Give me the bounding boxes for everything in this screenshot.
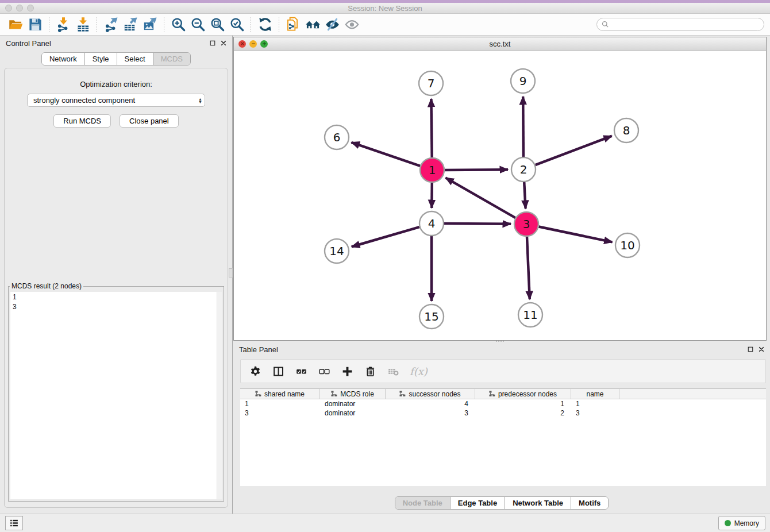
graph-node-7[interactable]: 7 — [419, 71, 443, 95]
column-header-MCDS-role[interactable]: MCDS role — [320, 389, 386, 399]
tab-motifs[interactable]: Motifs — [571, 497, 608, 509]
graph-node-3[interactable]: 3 — [514, 212, 538, 236]
search-icon — [601, 20, 610, 29]
export-image-button[interactable] — [140, 16, 160, 34]
zoom-fit-button[interactable] — [207, 16, 227, 34]
tab-edge-table[interactable]: Edge Table — [450, 497, 505, 509]
cell-MCDS-role[interactable]: dominator — [320, 408, 386, 418]
network-graph-canvas[interactable]: 7968124314101511 — [234, 51, 766, 340]
cell-shared-name[interactable]: 1 — [240, 399, 320, 408]
graph-node-4[interactable]: 4 — [419, 211, 444, 236]
cell-successor-nodes[interactable]: 4 — [386, 399, 475, 408]
tab-network-table[interactable]: Network Table — [505, 497, 571, 509]
graph-node-6[interactable]: 6 — [325, 125, 349, 149]
edge-1-2[interactable] — [445, 169, 508, 170]
zoom-in-button[interactable] — [168, 16, 188, 34]
svg-text:15: 15 — [424, 310, 438, 323]
search-input[interactable] — [596, 18, 764, 31]
main-toolbar — [0, 14, 770, 36]
cell-predecessor-nodes[interactable]: 1 — [475, 399, 571, 408]
cell-MCDS-role[interactable]: dominator — [320, 399, 386, 408]
criterion-dropdown[interactable]: strongly connected component ▲▼ — [27, 94, 205, 107]
edge-2-3[interactable] — [524, 182, 525, 209]
graph-node-10[interactable]: 10 — [615, 233, 640, 257]
tab-mcds[interactable]: MCDS — [153, 53, 190, 65]
tab-select[interactable]: Select — [117, 53, 153, 65]
criterion-dropdown-value: strongly connected component — [33, 96, 198, 105]
export-network-button[interactable] — [101, 16, 121, 34]
edge-3-10[interactable] — [539, 227, 613, 242]
cell-shared-name[interactable]: 3 — [240, 408, 320, 418]
column-header-predecessor-nodes[interactable]: predecessor nodes — [475, 389, 571, 399]
edge-1-7[interactable] — [431, 99, 432, 157]
edge-1-6[interactable] — [352, 142, 421, 166]
cell-name[interactable]: 3 — [571, 408, 619, 418]
close-panel-button[interactable]: Close panel — [120, 114, 179, 128]
tab-style[interactable]: Style — [84, 53, 117, 65]
column-visibility-button[interactable] — [272, 365, 284, 377]
edge-2-9[interactable] — [523, 97, 523, 157]
graph-node-9[interactable]: 9 — [511, 69, 535, 93]
run-mcds-button[interactable]: Run MCDS — [53, 114, 111, 128]
table-row[interactable]: 1dominator411 — [240, 399, 766, 408]
float-panel-icon[interactable] — [210, 40, 215, 46]
save-session-button[interactable] — [25, 16, 45, 34]
result-scrollbar[interactable] — [217, 292, 222, 499]
table-panel-title: Table Panel — [239, 345, 278, 354]
home-button[interactable] — [303, 16, 322, 34]
refresh-button[interactable] — [255, 16, 275, 34]
cell-predecessor-nodes[interactable]: 2 — [475, 408, 571, 418]
cell-successor-nodes[interactable]: 3 — [386, 408, 475, 418]
edge-3-1[interactable] — [445, 178, 515, 218]
svg-text:6: 6 — [333, 130, 341, 144]
export-table-button[interactable] — [121, 16, 140, 34]
vertical-splitter-handle[interactable] — [229, 268, 233, 277]
settings-gear-button[interactable] — [249, 365, 261, 377]
svg-text:2: 2 — [520, 163, 528, 176]
column-header-shared-name[interactable]: shared name — [240, 389, 320, 399]
import-network-button[interactable] — [53, 16, 73, 34]
open-session-button[interactable] — [6, 16, 25, 34]
add-column-button[interactable] — [341, 365, 353, 377]
graph-node-8[interactable]: 8 — [614, 118, 638, 142]
tab-network[interactable]: Network — [42, 53, 84, 65]
network-file-button[interactable] — [283, 16, 303, 34]
deselect-all-checks-button[interactable] — [318, 365, 330, 377]
edge-2-8[interactable] — [536, 136, 612, 165]
column-header-name[interactable]: name — [571, 389, 619, 399]
column-header-successor-nodes[interactable]: successor nodes — [386, 389, 475, 399]
export-table-icon — [123, 17, 138, 32]
graph-node-2[interactable]: 2 — [511, 157, 536, 182]
float-panel-icon[interactable] — [748, 346, 753, 352]
hierarchy-icon — [399, 391, 406, 397]
edge-4-14[interactable] — [352, 227, 419, 246]
task-history-button[interactable] — [5, 516, 23, 530]
add-column-icon — [341, 365, 353, 377]
select-all-checks-button[interactable] — [295, 365, 307, 377]
optimization-criterion-label: Optimization criterion: — [5, 80, 228, 88]
graph-node-14[interactable]: 14 — [325, 239, 349, 263]
memory-button[interactable]: Memory — [718, 516, 765, 530]
edge-3-11[interactable] — [527, 237, 530, 299]
table-row[interactable]: 3dominator323 — [240, 408, 766, 418]
zoom-out-button[interactable] — [188, 16, 207, 34]
cell-name[interactable]: 1 — [571, 399, 619, 408]
import-table-button[interactable] — [73, 16, 93, 34]
network-window-titlebar[interactable]: scc.txt — [234, 37, 766, 51]
close-panel-icon[interactable] — [759, 346, 764, 352]
close-panel-icon[interactable] — [221, 40, 226, 46]
right-column: scc.txt 7968124314101511 Table Panel f(x… — [233, 36, 770, 514]
zoom-selected-button[interactable] — [227, 16, 247, 34]
function-builder-button[interactable]: f(x) — [410, 365, 428, 377]
hide-panel-button[interactable] — [322, 16, 342, 34]
delete-table-button[interactable] — [387, 365, 399, 377]
graph-node-1[interactable]: 1 — [420, 158, 444, 182]
graph-node-11[interactable]: 11 — [518, 303, 542, 327]
tab-node-table[interactable]: Node Table — [395, 497, 450, 509]
edge-4-3[interactable] — [444, 223, 511, 224]
graph-node-15[interactable]: 15 — [419, 304, 444, 329]
edge-1-4[interactable] — [432, 183, 432, 208]
app-title: Session: New Session — [0, 4, 770, 13]
delete-column-button[interactable] — [364, 365, 376, 377]
show-panel-button[interactable] — [342, 16, 361, 34]
